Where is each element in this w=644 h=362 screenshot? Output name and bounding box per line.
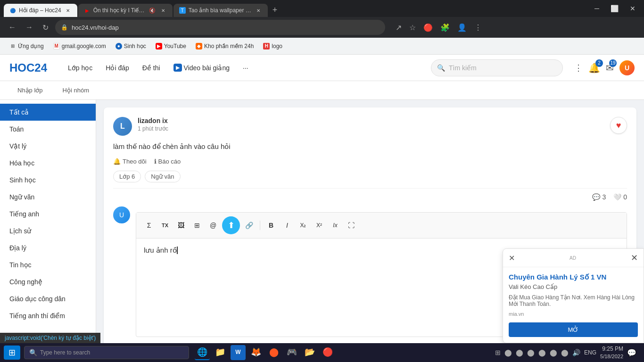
tray-icon-3: ⬤ (516, 349, 523, 356)
nav-hoi-dap[interactable]: Hỏi đáp (100, 61, 134, 74)
user-avatar[interactable]: U (619, 60, 635, 75)
tag-ngu-van[interactable]: Ngữ văn (145, 171, 180, 182)
taskbar-app-edge[interactable]: 🌐 (195, 345, 210, 360)
user-name[interactable]: lizadon ix (138, 117, 610, 124)
bookmark-khophanmem-label: Kho phần mềm 24h (204, 43, 254, 49)
sidebar-item-dia-ly[interactable]: Địa lý (0, 239, 96, 256)
bookmark-youtube[interactable]: ▶ YouTube (152, 41, 190, 51)
toolbar-text[interactable]: TX (158, 218, 172, 232)
taskbar-app-7[interactable]: 🎮 (284, 345, 299, 360)
sidebar-item-sinh-hoc[interactable]: Sinh học (0, 172, 96, 189)
toolbar-clear[interactable]: Ix (328, 218, 342, 232)
tab-3-close[interactable]: ✕ (255, 7, 262, 14)
ad-expand-icon[interactable]: ✕ (631, 253, 638, 263)
tab-2-muted-icon: 🔇 (149, 8, 156, 14)
follow-action[interactable]: 🔔 Theo dõi (113, 158, 147, 165)
extension2-icon[interactable]: 🧩 (438, 21, 453, 34)
tab-1[interactable]: 🔵 Hỏi đáp – Hoc24 ✕ (4, 4, 77, 17)
start-button[interactable]: ⊞ (4, 346, 20, 360)
taskbar-search-bar[interactable]: 🔍 Type here to search (24, 346, 189, 359)
url-text: hoc24.vn/hoi-dap (72, 24, 119, 31)
taskbar-app-firefox[interactable]: 🦊 (248, 345, 264, 360)
sound-icon[interactable]: 🔊 (572, 349, 580, 356)
messages-icon[interactable]: ✉ 19 (606, 62, 614, 74)
toolbar-fullscreen[interactable]: ⛶ (344, 218, 358, 232)
tab-3[interactable]: T Tao ảnh bìa wallpaper theo tên v... ✕ (173, 4, 268, 17)
minimize-button[interactable]: ─ (590, 3, 604, 14)
toolbar-mention[interactable]: @ (206, 218, 220, 232)
sidebar-item-tat-ca[interactable]: Tất cả (0, 104, 96, 121)
reload-button[interactable]: ↻ (40, 21, 51, 34)
sidebar-item-giao-duc-cong-dan[interactable]: Giáo dục công dân (0, 290, 96, 307)
tray-icon-5: ⬤ (538, 349, 546, 356)
nav-de-thi[interactable]: Đề thi (137, 61, 166, 74)
sidebar-item-vat-ly[interactable]: Vật lý (0, 138, 96, 155)
close-button[interactable]: ✕ (625, 3, 640, 14)
heart-button[interactable]: ♥ (610, 117, 627, 134)
tag-lop-6[interactable]: Lớp 6 (113, 171, 141, 182)
taskbar-app-word[interactable]: W (231, 345, 246, 360)
bookmark-logo[interactable]: H logo (259, 41, 286, 51)
sidebar-item-tieng-anh-thi-diem[interactable]: Tiếng anh thí điểm (0, 307, 96, 324)
notification-bell[interactable]: 🔔 2 (588, 62, 600, 74)
gmail-icon: M (53, 43, 60, 49)
nav-video-bai-giang[interactable]: ▶ Video bài giảng (168, 61, 235, 74)
maximize-button[interactable]: ⬜ (606, 3, 623, 14)
toolbar-upload[interactable]: ⬆ (222, 216, 240, 234)
toolbar-subscript[interactable]: X₂ (296, 218, 310, 232)
new-tab-button[interactable]: + (269, 3, 281, 17)
toolbar-superscript[interactable]: X² (312, 218, 326, 232)
sidebar-item-lich-su[interactable]: Lịch sử (0, 222, 96, 239)
tab-2[interactable]: ▶ Ôn thi học kỳ I Tiếng Anh lớ... 🔇 ✕ (78, 4, 173, 17)
toolbar-math[interactable]: Σ (142, 218, 156, 232)
bookmark-sinhhoc[interactable]: ● Sinh học (112, 41, 150, 51)
toolbar-link[interactable]: 🔗 (242, 218, 256, 232)
time-display[interactable]: 9:25 PM 5/18/2022 (600, 345, 623, 360)
sidebar-item-ngu-van[interactable]: Ngữ văn (0, 189, 96, 206)
bookmark-khophanmem[interactable]: ◆ Kho phần mềm 24h (192, 41, 257, 51)
filter-tab-nhap-lop[interactable]: Nhập lớp (9, 83, 51, 97)
taskbar-app-explorer[interactable]: 📁 (213, 345, 228, 360)
share-icon[interactable]: ↗ (393, 21, 405, 34)
nav-lop-hoc[interactable]: Lớp học (62, 61, 98, 74)
back-button[interactable]: ← (6, 21, 19, 33)
more-options-icon[interactable]: ⋮ (471, 21, 485, 34)
taskbar-app-9[interactable]: 🔴 (320, 345, 335, 360)
address-actions: ↗ ☆ 🔴 🧩 👤 ⋮ (393, 21, 485, 34)
report-action[interactable]: ℹ Báo cáo (154, 158, 181, 165)
header-search-bar[interactable]: 🔍 Tìm kiếm (431, 59, 563, 76)
forward-button[interactable]: → (23, 21, 36, 33)
extension-icon[interactable]: 🔴 (421, 21, 436, 34)
sidebar-item-cong-nghe[interactable]: Công nghệ (0, 273, 96, 290)
lang-indicator[interactable]: ENG (584, 349, 596, 356)
ad-close-x[interactable]: ✕ (509, 254, 515, 263)
url-bar[interactable]: 🔒 hoc24.vn/hoi-dap (55, 20, 385, 35)
profile-icon[interactable]: 👤 (454, 21, 470, 34)
bookmark-gmail[interactable]: M gmail.google.com (50, 41, 110, 51)
question-footer: 💬 3 🤍 0 (113, 188, 627, 201)
nav-more[interactable]: ··· (237, 61, 254, 74)
notification-center-icon[interactable]: 💬 (627, 348, 636, 357)
avatar-letter: L (120, 122, 125, 131)
sidebar-item-tin-hoc[interactable]: Tin học (0, 256, 96, 273)
bookmark-icon[interactable]: ☆ (406, 21, 419, 34)
taskbar-app-8[interactable]: 📂 (302, 345, 317, 360)
question-header: L lizadon ix 1 phút trước 🔍 (113, 117, 627, 136)
site-logo[interactable]: HOC24 (9, 61, 47, 74)
toolbar-bold[interactable]: B (264, 218, 278, 232)
toolbar-image[interactable]: 🖼 (174, 218, 188, 232)
bookmark-apps[interactable]: ⊞ Ứng dụng (6, 41, 48, 51)
toolbar-table[interactable]: ⊞ (190, 218, 204, 232)
tab-2-close[interactable]: ✕ (159, 7, 167, 14)
dots-icon[interactable]: ⋮ (574, 63, 583, 73)
logo-icon: H (263, 43, 270, 49)
tab-1-close[interactable]: ✕ (64, 7, 72, 14)
sidebar-item-hoa-hoc[interactable]: Hóa học (0, 155, 96, 172)
filter-tab-hoi-nhom[interactable]: Hội nhóm (55, 83, 97, 97)
toolbar-italic[interactable]: I (280, 218, 294, 232)
editor-toolbar: Σ TX 🖼 ⊞ @ ⬆ 🔗 B I X₂ X² Ix (136, 213, 627, 239)
sidebar-item-tieng-anh[interactable]: Tiếng anh (0, 206, 96, 222)
sidebar-item-toan[interactable]: Toán (0, 121, 96, 138)
ad-cta-button[interactable]: MỞ (509, 322, 638, 337)
taskbar-app-6[interactable]: ⬤ (266, 345, 281, 360)
